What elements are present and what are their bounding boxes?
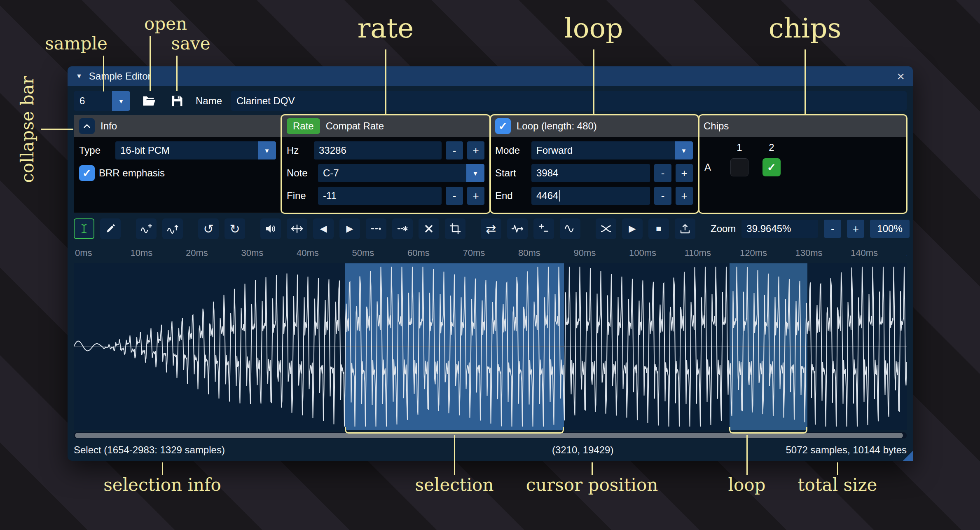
chord-button[interactable] [507, 218, 528, 239]
annotation-line-loop [593, 49, 594, 115]
chip-row-label: A [704, 162, 711, 173]
resample-button[interactable] [162, 218, 183, 239]
total-size-text: 5072 samples, 10144 bytes [786, 444, 907, 456]
sample-header-row: 6 ▼ Name Clarinet DQV [74, 91, 907, 111]
brr-emphasis-checkbox[interactable]: ✓ [79, 165, 95, 181]
cross-icon [600, 223, 612, 235]
annotation-sample: sample [45, 33, 108, 54]
chevron-down-icon[interactable]: ▼ [112, 91, 130, 111]
rate-badge-button[interactable]: Rate [287, 118, 320, 134]
hz-label: Hz [287, 145, 310, 156]
chevron-down-icon[interactable]: ▼ [466, 164, 484, 182]
upload-button[interactable] [675, 218, 695, 239]
ruler-tick: 70ms [463, 248, 485, 258]
loop-end-input[interactable]: 4464 [531, 187, 650, 205]
annotation-cursor-position: cursor position [526, 475, 658, 495]
zoom-input[interactable]: 39.9645% [741, 220, 818, 238]
redo-button[interactable]: ↻ [225, 218, 245, 239]
annotation-line-open [150, 36, 151, 91]
sample-type-select[interactable]: 16-bit PCM ▼ [115, 141, 276, 159]
chevron-down-icon[interactable]: ▼ [258, 141, 276, 159]
zoom-in-button[interactable]: + [847, 220, 864, 238]
type-label: Type [79, 145, 111, 156]
chip-1-checkbox[interactable] [730, 158, 748, 176]
triangle-right-icon: ▶ [346, 223, 353, 234]
fade-out-button[interactable]: ▶ [339, 218, 360, 239]
annotation-line-selection [454, 435, 455, 475]
chip-2-checkbox[interactable]: ✓ [762, 158, 781, 176]
zoom-out-button[interactable]: - [824, 220, 841, 238]
apply-silence-button[interactable] [392, 218, 413, 239]
zoom-reset-button[interactable]: 100% [870, 220, 909, 238]
annotation-selection: selection [415, 475, 494, 495]
loop-enable-checkbox[interactable]: ✓ [495, 118, 511, 134]
note-select[interactable]: C-7 ▼ [318, 164, 484, 182]
ruler-tick: 110ms [685, 248, 711, 258]
status-bar: Select (1654-2983: 1329 samples) (3210, … [68, 439, 913, 461]
loop-end-plus-button[interactable]: + [676, 187, 693, 205]
hz-plus-button[interactable]: + [467, 141, 484, 159]
normalize-button[interactable] [287, 218, 307, 239]
chip-column-1: 1 [737, 142, 742, 153]
draw-tool-button[interactable] [100, 218, 121, 239]
window-titlebar[interactable]: ▼ Sample Editor × [68, 66, 913, 86]
window-title: Sample Editor [89, 70, 151, 82]
selection-info-text: Select (1654-2983: 1329 samples) [74, 444, 225, 456]
annotation-line-chips [805, 49, 806, 115]
fine-minus-button[interactable]: - [446, 187, 463, 205]
loop-start-input[interactable]: 3984 [531, 164, 650, 182]
zoom-controls: Zoom 39.9645% - + 100% [711, 220, 910, 238]
stop-button[interactable]: ■ [648, 218, 669, 239]
sample-toolbar: ↺↻◀▶⇄▶■ Zoom 39.9645% - + 100% [74, 218, 907, 239]
loop-start-plus-button[interactable]: + [676, 164, 693, 182]
swap-icon: ⇄ [486, 222, 496, 236]
fine-input[interactable]: -11 [318, 187, 442, 205]
save-button[interactable] [167, 91, 187, 111]
flip-button[interactable]: ⇄ [481, 218, 501, 239]
filter-button[interactable] [560, 218, 580, 239]
trim-button[interactable] [445, 218, 465, 239]
resize-button[interactable] [136, 218, 157, 239]
annotation-collapse-bar: collapse bar [17, 76, 37, 183]
stop-icon: ■ [656, 223, 661, 234]
fade-in-button[interactable]: ◀ [313, 218, 334, 239]
undo-button[interactable]: ↺ [198, 218, 219, 239]
hz-minus-button[interactable]: - [446, 141, 463, 159]
chevron-down-icon[interactable]: ▼ [675, 141, 693, 159]
open-button[interactable] [139, 91, 159, 111]
close-icon[interactable]: × [897, 70, 905, 83]
loop-end-minus-button[interactable]: - [654, 187, 671, 205]
fine-value: -11 [323, 190, 337, 202]
folder-open-icon [142, 94, 156, 108]
info-panel: Info Type 16-bit PCM ▼ ✓ BRR emphasis [74, 115, 281, 213]
delete-button[interactable] [419, 218, 439, 239]
crop-icon [449, 223, 461, 235]
sample-number-select[interactable]: 6 ▼ [74, 91, 130, 111]
hz-input[interactable]: 33286 [314, 141, 442, 159]
loop-mode-select[interactable]: Forward ▼ [531, 141, 693, 159]
rate-panel-header: Rate Compat Rate [282, 115, 489, 137]
insert-silence-button[interactable] [366, 218, 386, 239]
loop-panel-title: Loop (length: 480) [517, 120, 597, 132]
collapse-panel-button[interactable] [79, 118, 95, 134]
filter-wave-icon [564, 223, 576, 235]
waveform-display[interactable] [74, 263, 907, 430]
toolbar-group: ◀▶ [260, 218, 465, 239]
insert-point-button[interactable] [533, 218, 554, 239]
loop-end-value: 4464 [536, 190, 558, 202]
preview-button[interactable]: ▶ [622, 218, 643, 239]
crossfade-button[interactable] [596, 218, 616, 239]
speaker-icon [264, 223, 277, 235]
loop-mode-label: Mode [495, 145, 527, 156]
note-value: C-7 [323, 167, 339, 179]
hz-value: 33286 [319, 145, 346, 156]
fine-plus-button[interactable]: + [467, 187, 484, 205]
select-tool-button[interactable] [74, 218, 94, 239]
loop-start-minus-button[interactable]: - [654, 164, 671, 182]
time-ruler[interactable]: 0ms10ms20ms30ms40ms50ms60ms70ms80ms90ms1… [74, 245, 907, 262]
chevron-up-icon [82, 121, 92, 131]
window-collapse-icon[interactable]: ▼ [76, 73, 82, 80]
amplify-button[interactable] [260, 218, 281, 239]
annotation-line-sample [103, 56, 104, 91]
chips-panel-title: Chips [704, 120, 729, 132]
